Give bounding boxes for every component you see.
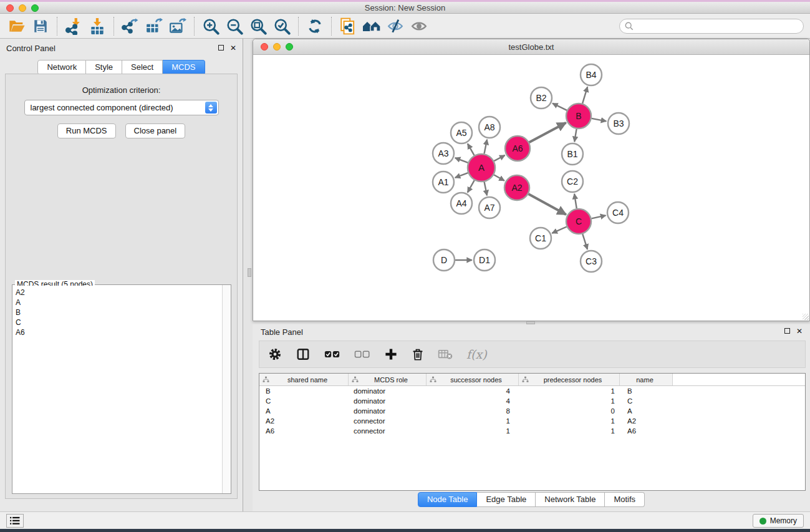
edge-B-B3[interactable]: [592, 118, 607, 121]
cell[interactable]: 4: [427, 397, 519, 405]
tab-style[interactable]: Style: [86, 60, 122, 75]
resize-grip[interactable]: [803, 314, 809, 320]
node-A5[interactable]: A5: [451, 122, 472, 143]
criterion-select[interactable]: largest connected component (directed): [24, 100, 219, 115]
node-C2[interactable]: C2: [562, 171, 583, 192]
column-header-predecessor-nodes[interactable]: predecessor nodes: [519, 374, 620, 385]
network-canvas[interactable]: B4B2BB3A5A8A6A3B1AA1C2A2A4A7C4CC1C3DD1: [253, 55, 809, 321]
create-column-button[interactable]: [384, 347, 398, 361]
cell[interactable]: A: [620, 407, 673, 415]
cell[interactable]: C: [620, 397, 673, 405]
node-A7[interactable]: A7: [479, 197, 500, 218]
cell[interactable]: 1: [427, 417, 519, 425]
close-panel-icon[interactable]: ✕: [230, 44, 236, 52]
show-graphics-details-button[interactable]: [407, 16, 431, 37]
node-A6[interactable]: A6: [505, 136, 530, 161]
close-table-panel-icon[interactable]: ✕: [796, 327, 803, 335]
cell[interactable]: 1: [427, 427, 519, 435]
column-header-name[interactable]: name: [620, 374, 673, 385]
zoom-fit-button[interactable]: [246, 16, 270, 37]
node-A2[interactable]: A2: [504, 175, 529, 200]
open-session-button[interactable]: [5, 16, 29, 37]
node-B1[interactable]: B1: [562, 143, 583, 165]
zoom-out-button[interactable]: [223, 16, 246, 37]
cell[interactable]: 8: [427, 407, 519, 415]
table-settings-button[interactable]: [268, 347, 282, 361]
home-networks-button[interactable]: [360, 16, 383, 37]
node-A1[interactable]: A1: [433, 172, 454, 193]
table-row-c[interactable]: Cdominator41C: [259, 396, 805, 406]
hide-annotations-button[interactable]: [383, 16, 407, 37]
node-B3[interactable]: B3: [608, 113, 629, 134]
cell[interactable]: connector: [349, 427, 427, 435]
node-D1[interactable]: D1: [474, 249, 495, 271]
cell[interactable]: A6: [620, 427, 673, 435]
edge-C-C1[interactable]: [552, 226, 567, 233]
result-item-a6[interactable]: A6: [16, 327, 221, 337]
node-C1[interactable]: C1: [530, 228, 551, 249]
cell[interactable]: A2: [259, 417, 349, 425]
column-header-MCDS-role[interactable]: MCDS role: [349, 374, 427, 385]
cell[interactable]: A2: [620, 417, 673, 425]
memory-button[interactable]: Memory: [753, 514, 804, 528]
edge-B-B2[interactable]: [552, 104, 567, 110]
show-column-button[interactable]: [296, 347, 311, 361]
export-table-button[interactable]: [142, 16, 166, 37]
tab-node-table[interactable]: Node Table: [418, 492, 478, 507]
float-table-panel-icon[interactable]: [784, 327, 790, 335]
network-minimize-button[interactable]: [273, 43, 281, 51]
cell[interactable]: dominator: [349, 407, 427, 415]
node-A4[interactable]: A4: [451, 193, 472, 214]
tab-network-table[interactable]: Network Table: [536, 492, 605, 507]
cell[interactable]: connector: [349, 417, 427, 425]
zoom-in-button[interactable]: [199, 16, 223, 37]
cell[interactable]: dominator: [349, 387, 427, 395]
cell[interactable]: B: [620, 387, 673, 395]
save-session-button[interactable]: [29, 16, 52, 37]
network-zoom-button[interactable]: [286, 43, 293, 51]
node-C[interactable]: C: [566, 209, 591, 234]
column-header-successor-nodes[interactable]: successor nodes: [427, 374, 519, 385]
zoom-selected-button[interactable]: [270, 16, 294, 37]
table-row-a6[interactable]: A6connector11A6: [259, 426, 805, 436]
close-panel-button[interactable]: Close panel: [125, 123, 186, 138]
mcds-result-list[interactable]: A2ABCA6: [13, 286, 221, 493]
node-C4[interactable]: C4: [607, 202, 629, 223]
column-header-shared-name[interactable]: shared name: [259, 374, 349, 385]
edge-A-A5[interactable]: [468, 143, 475, 155]
node-B2[interactable]: B2: [531, 87, 552, 109]
node-A[interactable]: A: [468, 154, 495, 181]
search-input[interactable]: [637, 22, 798, 31]
edge-A2-C[interactable]: [528, 194, 566, 215]
run-mcds-button[interactable]: Run MCDS: [57, 123, 116, 138]
zoom-window-button[interactable]: [31, 4, 39, 12]
edge-C-C3[interactable]: [582, 234, 587, 249]
cell[interactable]: 1: [519, 387, 620, 395]
import-table-button[interactable]: [85, 16, 109, 37]
network-close-button[interactable]: [261, 43, 268, 51]
edge-A-A7[interactable]: [485, 182, 487, 196]
result-item-c[interactable]: C: [16, 317, 221, 327]
close-window-button[interactable]: [6, 4, 14, 12]
cell[interactable]: B: [259, 387, 349, 395]
tab-mcds[interactable]: MCDS: [163, 60, 205, 75]
cell[interactable]: 1: [519, 397, 620, 405]
network-window-titlebar[interactable]: testGlobe.txt: [253, 39, 809, 55]
table-row-a2[interactable]: A2connector11A2: [259, 416, 805, 426]
task-history-button[interactable]: [6, 514, 24, 528]
node-B[interactable]: B: [566, 104, 591, 128]
cell[interactable]: dominator: [349, 397, 427, 405]
cell[interactable]: C: [259, 397, 349, 405]
delete-column-button[interactable]: [412, 347, 424, 361]
duplicate-network-button[interactable]: [336, 16, 360, 37]
select-all-columns-button[interactable]: [324, 350, 340, 359]
edge-A6-B[interactable]: [529, 123, 566, 142]
node-A3[interactable]: A3: [433, 143, 454, 164]
result-scrollbar[interactable]: [222, 285, 231, 493]
export-image-button[interactable]: [166, 16, 190, 37]
edge-C-C4[interactable]: [591, 215, 605, 218]
cell[interactable]: 0: [519, 407, 620, 415]
tab-edge-table[interactable]: Edge Table: [477, 492, 536, 507]
node-D[interactable]: D: [433, 249, 455, 271]
refresh-view-button[interactable]: [303, 16, 327, 37]
